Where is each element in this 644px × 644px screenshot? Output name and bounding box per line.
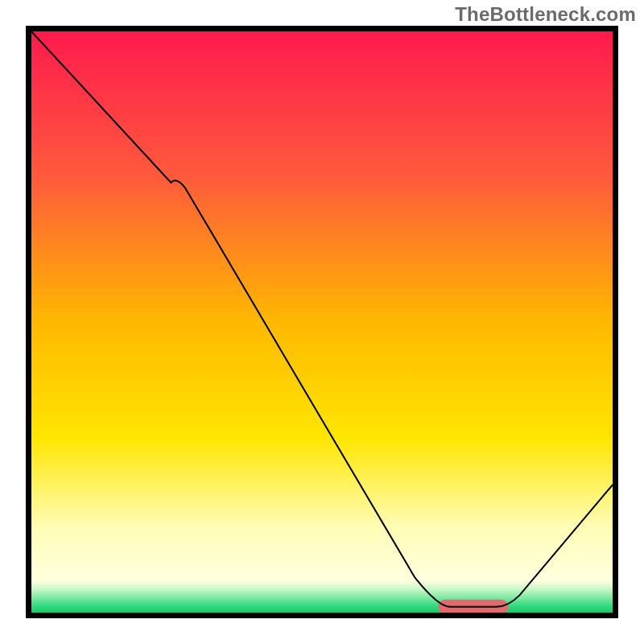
bottleneck-plot [31,31,613,613]
watermark-text: TheBottleneck.com [455,3,636,26]
gradient-background [31,31,613,613]
plot-frame [26,26,618,618]
chart-container: TheBottleneck.com [0,0,644,644]
